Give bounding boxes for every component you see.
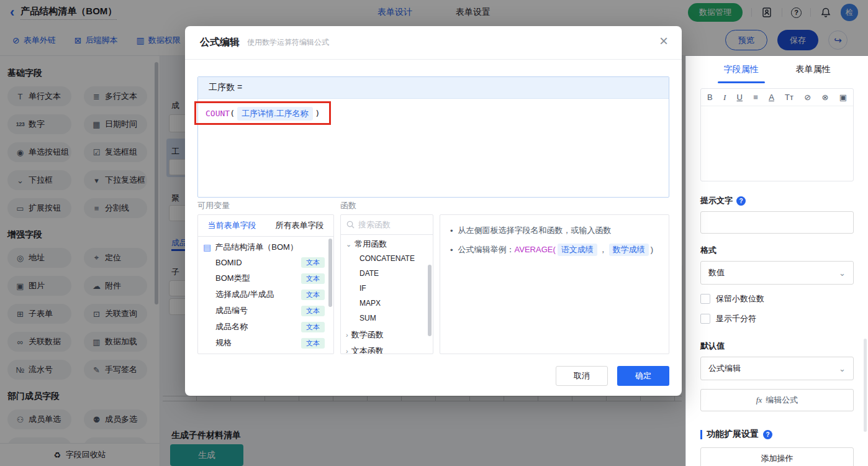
- function-item-mapx[interactable]: MAPX: [341, 296, 433, 311]
- close-icon[interactable]: ×: [659, 34, 668, 48]
- formula-field-chip[interactable]: 工序详情.工序名称: [237, 107, 313, 121]
- function-item-concatenate[interactable]: CONCATENATE: [341, 251, 433, 266]
- function-group-math[interactable]: › 数学函数: [341, 326, 433, 342]
- example-field-chip: 语文成绩: [558, 244, 597, 256]
- variable-name: 成品编号: [215, 305, 248, 316]
- variable-row[interactable]: 成品编号文本: [198, 303, 333, 319]
- thousand-checkbox-row[interactable]: 显示千分符: [700, 313, 854, 324]
- properties-scrollbar[interactable]: [864, 339, 867, 432]
- group-label: 文本函数: [351, 345, 384, 354]
- function-group-common[interactable]: ⌄ 常用函数: [341, 235, 433, 251]
- font-color-icon[interactable]: A: [769, 93, 774, 102]
- functions-label: 函数: [340, 200, 356, 211]
- edit-formula-label: 编辑公式: [766, 395, 798, 406]
- type-badge: 文本: [301, 338, 325, 349]
- example-function-name: AVERAGE(: [515, 245, 556, 254]
- function-item-sum[interactable]: SUM: [341, 311, 433, 326]
- decimal-checkbox-row[interactable]: 保留小数位数: [700, 293, 854, 304]
- variables-panel: 当前表单字段 所有表单字段 ▤ 产品结构清单（BOM） BOMID文本 BOM类…: [197, 214, 334, 354]
- default-value-select[interactable]: 公式编辑 ⌄: [700, 357, 854, 380]
- font-size-icon[interactable]: Tт: [785, 93, 793, 102]
- function-item-date[interactable]: DATE: [341, 266, 433, 281]
- variables-tree-root[interactable]: ▤ 产品结构清单（BOM）: [198, 237, 333, 254]
- type-badge: 文本: [301, 257, 325, 268]
- format-value: 数值: [708, 267, 725, 278]
- add-action-button[interactable]: 添加操作: [700, 447, 854, 466]
- variables-scrollbar[interactable]: [328, 239, 332, 307]
- type-badge: 文本: [301, 322, 325, 332]
- variable-name: BOM类型: [215, 273, 250, 284]
- italic-icon[interactable]: I: [723, 93, 726, 103]
- section-accent-bar: [700, 430, 702, 439]
- modal-subtitle: 使用数学运算符编辑公式: [247, 37, 329, 48]
- type-badge: 文本: [301, 290, 325, 300]
- edit-formula-button[interactable]: fx 编辑公式: [700, 389, 854, 411]
- close-paren: ): [315, 109, 320, 118]
- type-badge: 文本: [301, 306, 325, 316]
- formula-function-name: COUNT: [206, 109, 230, 118]
- functions-scrollbar[interactable]: [428, 265, 432, 336]
- variable-row[interactable]: 选择成品/半成品文本: [198, 286, 333, 303]
- variable-row[interactable]: 成品名称文本: [198, 319, 333, 335]
- variable-row[interactable]: BOMID文本: [198, 254, 333, 270]
- formula-target: 工序数 =: [198, 77, 669, 99]
- format-text: 格式: [700, 245, 717, 256]
- insert-link-icon[interactable]: ⊘: [804, 93, 811, 102]
- tab-all-form-fields[interactable]: 所有表单字段: [266, 215, 333, 236]
- tab-current-form-fields[interactable]: 当前表单字段: [198, 215, 266, 236]
- variable-name: 成品名称: [215, 321, 248, 332]
- search-icon: [346, 221, 355, 229]
- variable-name: 规格: [215, 337, 232, 349]
- chevron-right-icon: ›: [346, 347, 348, 354]
- function-item-if[interactable]: IF: [341, 281, 433, 296]
- thousand-checkbox-label: 显示千分符: [716, 313, 756, 324]
- group-label: 数学函数: [351, 329, 384, 340]
- align-icon[interactable]: ≡: [753, 93, 758, 102]
- confirm-button[interactable]: 确定: [617, 366, 669, 386]
- function-search[interactable]: [341, 215, 433, 235]
- app-window: ‹ 产品结构清单（BOM） 表单设计 表单设置 数据管理 ?: [0, 0, 868, 466]
- default-value-label: 默认值: [700, 340, 854, 352]
- modal-title: 公式编辑: [200, 36, 240, 49]
- variable-row[interactable]: 规格文本: [198, 335, 333, 351]
- hint-text-input[interactable]: [700, 211, 854, 234]
- formula-expression[interactable]: COUNT(工序详情.工序名称): [198, 99, 669, 129]
- bullet-icon: •: [450, 226, 453, 235]
- comma: ，: [599, 245, 607, 254]
- format-select[interactable]: 数值 ⌄: [700, 261, 854, 285]
- function-group-text[interactable]: › 文本函数: [341, 342, 433, 354]
- hint-help-icon[interactable]: ?: [736, 196, 746, 206]
- formula-editor-modal: 公式编辑 使用数学运算符编辑公式 × 工序数 = COUNT(工序详情.工序名称…: [185, 26, 682, 396]
- variables-label: 可用变量: [197, 200, 230, 211]
- tab-form-properties[interactable]: 表单属性: [793, 56, 833, 83]
- chevron-right-icon: ›: [346, 331, 348, 339]
- functions-panel: ⌄ 常用函数 CONCATENATE DATE IF MAPX SUM › 数学…: [340, 214, 433, 354]
- insert-image-icon[interactable]: ▣: [839, 93, 847, 102]
- remove-link-icon[interactable]: ⊗: [821, 93, 828, 102]
- cancel-button[interactable]: 取消: [556, 366, 608, 386]
- form-doc-icon: ▤: [203, 242, 211, 252]
- field-name-editor[interactable]: B I U ≡ A Tт ⊘ ⊗ ▣: [700, 88, 854, 181]
- bullet-icon: •: [450, 245, 453, 255]
- chevron-down-icon: ⌄: [839, 364, 846, 373]
- extension-title: 功能扩展设置: [707, 429, 759, 440]
- decimal-checkbox-label: 保留小数位数: [716, 293, 764, 304]
- thousand-checkbox[interactable]: [700, 314, 710, 324]
- default-value: 公式编辑: [708, 363, 741, 374]
- group-label: 常用函数: [355, 239, 387, 250]
- extension-help-icon[interactable]: ?: [763, 430, 772, 439]
- variable-name: 选择成品/半成品: [215, 289, 274, 300]
- example-field-chip: 数学成绩: [609, 244, 649, 256]
- decimal-checkbox[interactable]: [700, 294, 710, 304]
- bold-icon[interactable]: B: [707, 93, 713, 102]
- type-badge: 文本: [301, 273, 325, 284]
- formula-editor[interactable]: 工序数 = COUNT(工序详情.工序名称): [197, 76, 669, 198]
- modal-header: 公式编辑 使用数学运算符编辑公式: [185, 26, 682, 60]
- variable-row[interactable]: BOM类型文本: [198, 270, 333, 286]
- function-search-input[interactable]: [358, 220, 420, 229]
- variables-tabs: 当前表单字段 所有表单字段: [198, 215, 333, 237]
- help-tip-text: 从左侧面板选择字段名和函数，或输入函数: [458, 225, 612, 236]
- extension-section-header: 功能扩展设置 ?: [700, 429, 854, 440]
- underline-icon[interactable]: U: [737, 93, 743, 102]
- tab-field-properties[interactable]: 字段属性: [721, 56, 761, 83]
